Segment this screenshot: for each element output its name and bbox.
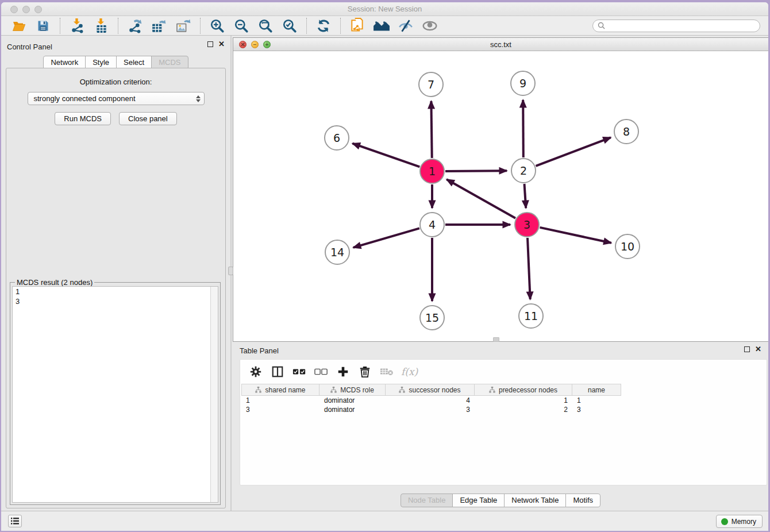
edge-3-10[interactable]	[540, 228, 611, 243]
table-cell[interactable]: 4	[386, 396, 475, 405]
tab-motifs[interactable]: Motifs	[565, 494, 600, 507]
save-session-icon[interactable]	[34, 18, 52, 34]
export-table-icon[interactable]	[151, 18, 168, 34]
zoom-fit-icon[interactable]	[257, 18, 274, 34]
hierarchy-icon	[255, 387, 261, 393]
main-titlebar: Session: New Session	[1, 2, 768, 16]
mcds-result-item[interactable]: 3	[13, 296, 218, 306]
import-network-icon[interactable]	[68, 18, 86, 34]
float-table-panel-icon[interactable]	[744, 346, 750, 352]
duplicate-network-icon[interactable]	[349, 18, 366, 34]
search-field[interactable]	[592, 20, 760, 32]
mcds-panel: Optimization criterion: strongly connect…	[6, 68, 226, 508]
run-mcds-button[interactable]: Run MCDS	[55, 112, 111, 125]
toolbar-separator	[306, 18, 307, 34]
float-panel-icon[interactable]	[207, 41, 213, 47]
zoom-selected-icon[interactable]	[281, 18, 298, 34]
window-title: Session: New Session	[1, 5, 768, 13]
table-cell[interactable]: 1	[241, 396, 319, 405]
hide-selected-icon[interactable]	[397, 18, 414, 34]
status-bar: Memory	[1, 511, 768, 531]
network-table-divider-handle[interactable]	[493, 337, 499, 342]
table-cell[interactable]: 1	[475, 396, 572, 405]
hierarchy-icon	[399, 387, 405, 393]
list-icon	[11, 518, 19, 525]
edge-1-6[interactable]	[352, 144, 419, 167]
zoom-in-icon[interactable]	[209, 18, 226, 34]
delete-column-icon[interactable]	[356, 363, 374, 380]
table-cell[interactable]: 2	[475, 405, 572, 414]
optimization-criterion-value: strongly connected component	[34, 94, 196, 103]
optimization-criterion-label: Optimization criterion:	[6, 78, 225, 86]
tab-edge-table[interactable]: Edge Table	[452, 494, 505, 507]
select-stepper-icon	[196, 95, 201, 102]
edge-1-7[interactable]	[431, 101, 432, 158]
table-cell[interactable]: 3	[572, 405, 621, 414]
edge-3-1[interactable]	[446, 179, 515, 218]
search-input[interactable]	[608, 22, 755, 30]
import-table-icon[interactable]	[93, 18, 110, 34]
column-header-name[interactable]: name	[572, 384, 621, 396]
edge-2-9[interactable]	[523, 100, 523, 157]
zoom-out-icon[interactable]	[233, 18, 250, 34]
close-table-panel-icon[interactable]: ✕	[755, 346, 761, 352]
column-settings-icon[interactable]	[247, 363, 264, 380]
mcds-result-item[interactable]: 1	[13, 287, 218, 296]
node-10-label: 10	[621, 240, 634, 253]
column-header-shared-name[interactable]: shared name	[241, 384, 319, 396]
edge-2-3[interactable]	[525, 184, 526, 208]
table-row[interactable]: 3dominator323	[241, 405, 767, 414]
table-cell[interactable]: 1	[572, 396, 621, 405]
refresh-icon[interactable]	[315, 18, 332, 34]
network-window-title: scc.txt	[233, 40, 768, 49]
edge-2-8[interactable]	[536, 137, 611, 165]
column-header-predecessor-nodes[interactable]: predecessor nodes	[475, 384, 572, 396]
panel-divider-handle[interactable]	[228, 267, 233, 275]
edge-4-14[interactable]	[353, 228, 419, 248]
toolbar-separator	[60, 18, 60, 34]
node-15-label: 15	[425, 311, 439, 324]
delete-table-icon	[378, 363, 395, 380]
task-history-button[interactable]	[8, 515, 22, 527]
column-header-MCDS-role[interactable]: MCDS role	[319, 384, 386, 396]
add-column-icon[interactable]	[334, 363, 352, 380]
edge-3-11[interactable]	[528, 238, 530, 299]
control-panel: Control Panel ✕ NetworkStyleSelectMCDS O…	[1, 36, 232, 511]
column-header-successor-nodes[interactable]: successor nodes	[386, 384, 475, 396]
function-builder-icon: f(x)	[401, 366, 418, 377]
table-cell[interactable]: 3	[241, 405, 319, 414]
show-all-icon[interactable]	[421, 18, 438, 34]
table-row[interactable]: 1dominator411	[241, 396, 767, 405]
tab-network-table[interactable]: Network Table	[504, 494, 566, 507]
table-cell[interactable]: dominator	[319, 396, 386, 405]
edge-1-2[interactable]	[445, 171, 507, 171]
memory-status-icon	[721, 518, 728, 525]
toolbar-separator	[340, 18, 341, 34]
table-panel-tabs: Node TableEdge TableNetwork TableMotifs	[233, 494, 768, 507]
mcds-result-list[interactable]: 13	[12, 286, 218, 503]
export-network-icon[interactable]	[126, 18, 144, 34]
close-panel-button[interactable]: Close panel	[119, 112, 177, 125]
node-7-label: 7	[428, 78, 434, 91]
export-image-icon[interactable]	[175, 18, 192, 34]
table-cell[interactable]: 3	[386, 405, 475, 414]
optimization-criterion-select[interactable]: strongly connected component	[28, 92, 205, 105]
network-canvas[interactable]: 7968124314101511	[233, 51, 768, 341]
deselect-all-icon[interactable]	[313, 363, 330, 380]
main-toolbar	[1, 16, 768, 36]
select-all-icon[interactable]	[291, 363, 308, 380]
node-2-label: 2	[520, 164, 527, 177]
node-3-label: 3	[523, 218, 530, 231]
hierarchy-icon	[489, 387, 495, 393]
memory-button[interactable]: Memory	[716, 515, 763, 528]
split-panel-icon[interactable]	[269, 363, 286, 380]
toolbar-separator	[118, 18, 118, 34]
tab-node-table[interactable]: Node Table	[401, 494, 453, 507]
first-neighbors-icon[interactable]	[373, 18, 390, 34]
application-window: Session: New Session	[1, 2, 768, 531]
close-panel-icon[interactable]: ✕	[218, 41, 225, 47]
result-scrollbar[interactable]	[210, 287, 218, 502]
network-window-titlebar: ✕ − + scc.txt	[233, 38, 768, 51]
open-session-icon[interactable]	[10, 18, 28, 34]
table-cell[interactable]: dominator	[319, 405, 386, 414]
